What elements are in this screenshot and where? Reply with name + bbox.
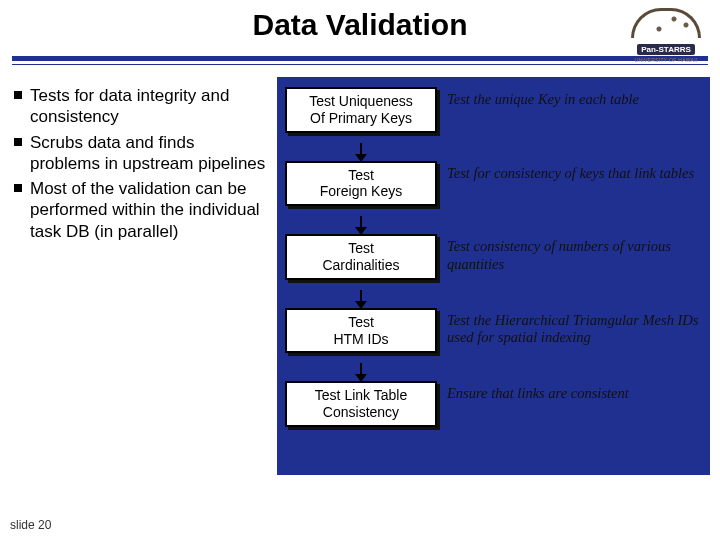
bullet-list: Tests for data integrity and consistency… xyxy=(14,77,269,475)
flow-step: Test UniquenessOf Primary Keys Test the … xyxy=(285,87,702,133)
step-description: Test for consistency of keys that link t… xyxy=(447,161,694,182)
bullet-text: Scrubs data and finds problems in upstre… xyxy=(30,132,269,175)
step-box: TestHTM IDs xyxy=(285,308,437,354)
step-description: Test the unique Key in each table xyxy=(447,87,639,108)
flow-step: TestForeign Keys Test for consistency of… xyxy=(285,161,702,207)
slide-title: Data Validation xyxy=(0,0,720,42)
step-description: Test consistency of numbers of various q… xyxy=(447,234,702,273)
slide-number: slide 20 xyxy=(10,518,51,532)
bullet-marker xyxy=(14,184,22,192)
bullet-text: Tests for data integrity and consistency xyxy=(30,85,269,128)
step-box: Test Link TableConsistency xyxy=(285,381,437,427)
bullet-item: Tests for data integrity and consistency xyxy=(14,85,269,128)
bullet-item: Most of the validation can be performed … xyxy=(14,178,269,242)
bullet-text: Most of the validation can be performed … xyxy=(30,178,269,242)
logo-brand: Pan-STARRS xyxy=(637,44,695,55)
content-area: Tests for data integrity and consistency… xyxy=(0,69,720,475)
bullet-marker xyxy=(14,91,22,99)
bullet-marker xyxy=(14,138,22,146)
step-box: TestForeign Keys xyxy=(285,161,437,207)
bullet-item: Scrubs data and finds problems in upstre… xyxy=(14,132,269,175)
arrow-down-icon xyxy=(360,143,362,155)
flow-step: Test Link TableConsistency Ensure that l… xyxy=(285,381,702,427)
step-box: Test UniquenessOf Primary Keys xyxy=(285,87,437,133)
flow-step: TestHTM IDs Test the Hierarchical Triamg… xyxy=(285,308,702,354)
step-box: TestCardinalities xyxy=(285,234,437,280)
logo-graphic xyxy=(631,8,701,38)
step-description: Test the Hierarchical Triamgular Mesh ID… xyxy=(447,308,702,347)
logo-subtitle: UNIVERSITY OF HAWAII xyxy=(624,57,708,63)
step-description: Ensure that links are consistent xyxy=(447,381,629,402)
arrow-down-icon xyxy=(360,363,362,375)
arrow-down-icon xyxy=(360,290,362,302)
title-rule xyxy=(12,56,708,65)
flow-panel: Test UniquenessOf Primary Keys Test the … xyxy=(277,77,710,475)
arrow-down-icon xyxy=(360,216,362,228)
logo: Pan-STARRS UNIVERSITY OF HAWAII xyxy=(624,8,708,58)
flow-step: TestCardinalities Test consistency of nu… xyxy=(285,234,702,280)
